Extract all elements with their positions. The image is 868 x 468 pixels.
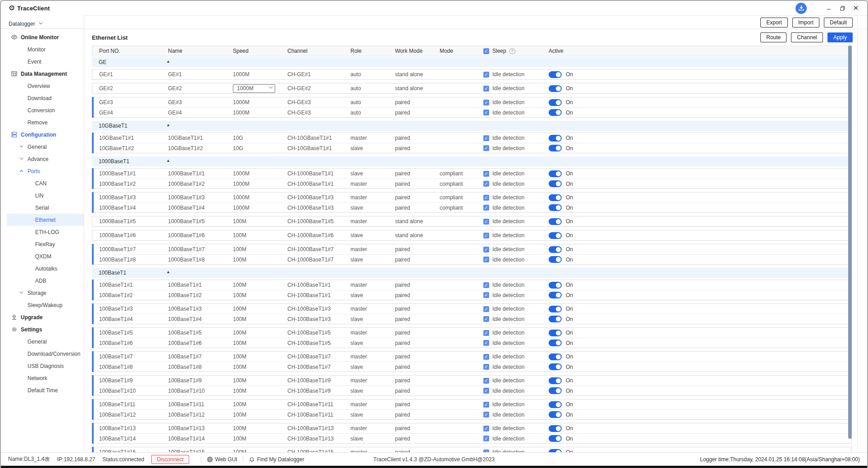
maximize-button[interactable] bbox=[836, 2, 849, 14]
table-row-ge-3[interactable]: GE#3GE#31000MCH-GE#3autopaired✓Idle dete… bbox=[92, 97, 851, 107]
active-toggle[interactable] bbox=[549, 170, 562, 177]
sidebar-item-settings[interactable]: Settings bbox=[7, 323, 84, 335]
table-row-1000baset1-3[interactable]: 1000BaseT1#31000BaseT1#31000MCH-1000Base… bbox=[92, 193, 851, 202]
group-header-ge[interactable]: GE▲ bbox=[92, 57, 852, 67]
table-row-1000baset1-4[interactable]: 1000BaseT1#41000BaseT1#41000MCH-1000Base… bbox=[92, 202, 851, 212]
sidebar-item-sleep-wakeup[interactable]: Sleep/Wakeup bbox=[7, 299, 84, 311]
sidebar-item-online-monitor[interactable]: Online Monitor bbox=[7, 31, 84, 43]
sleep-checkbox[interactable]: ✓ bbox=[483, 354, 489, 360]
web-gui-link[interactable]: Web GUI bbox=[207, 456, 237, 463]
table-row-100baset1-9[interactable]: 100BaseT1#9100BaseT1#9100MCH-100BaseT1#9… bbox=[92, 376, 851, 385]
table-row-100baset1-11[interactable]: 100BaseT1#11100BaseT1#11100MCH-100BaseT1… bbox=[92, 399, 851, 409]
sleep-checkbox[interactable]: ✓ bbox=[483, 412, 489, 418]
active-toggle[interactable] bbox=[549, 109, 562, 116]
sidebar-item-advance[interactable]: Advance bbox=[7, 153, 84, 165]
apply-button[interactable]: Apply bbox=[827, 32, 853, 42]
active-toggle[interactable] bbox=[549, 256, 562, 263]
active-toggle[interactable] bbox=[549, 99, 562, 106]
table-row-10gbaset1-2[interactable]: 10GBaseT1#210GBaseT1#210GCH-10GBaseT1#1s… bbox=[92, 143, 851, 153]
sidebar-item-storage[interactable]: Storage bbox=[7, 287, 84, 299]
table-row-ge-1[interactable]: GE#1GE#11000MCH-GE#1autostand alone✓Idle… bbox=[92, 69, 851, 79]
active-toggle[interactable] bbox=[549, 330, 562, 336]
table-row-1000baset1-1[interactable]: 1000BaseT1#11000BaseT1#11000MCH-1000Base… bbox=[92, 169, 851, 179]
sleep-checkbox[interactable]: ✓ bbox=[483, 145, 489, 151]
sleep-checkbox[interactable]: ✓ bbox=[483, 426, 489, 431]
sidebar-item-ethernet[interactable]: Ethernet bbox=[7, 214, 84, 226]
table-row-1000baset1-5[interactable]: 1000BaseT1#51000BaseT1#5100MCH-1000BaseT… bbox=[92, 216, 851, 226]
sleep-checkbox[interactable]: ✓ bbox=[483, 205, 489, 211]
speed-select[interactable]: 1000M bbox=[233, 84, 275, 93]
active-toggle[interactable] bbox=[549, 435, 562, 442]
sleep-checkbox[interactable]: ✓ bbox=[483, 282, 489, 288]
active-toggle[interactable] bbox=[549, 425, 562, 432]
export-button[interactable]: Export bbox=[760, 18, 788, 28]
active-toggle[interactable] bbox=[549, 218, 562, 225]
import-button[interactable]: Import bbox=[792, 18, 819, 28]
table-row-100baset1-3[interactable]: 100BaseT1#3100BaseT1#3100MCH-100BaseT1#3… bbox=[92, 304, 851, 314]
sidebar-item-conversion[interactable]: Conversion bbox=[7, 104, 84, 116]
sidebar-item-download-conversion[interactable]: Download/Conversion bbox=[7, 348, 84, 360]
active-toggle[interactable] bbox=[549, 353, 562, 360]
active-toggle[interactable] bbox=[549, 316, 562, 322]
sleep-checkbox[interactable]: ✓ bbox=[483, 233, 489, 239]
table-row-100baset1-4[interactable]: 100BaseT1#4100BaseT1#4100MCH-100BaseT1#3… bbox=[92, 314, 851, 324]
sidebar-item-general[interactable]: General bbox=[7, 141, 84, 153]
table-row-ge-4[interactable]: GE#4GE#41000MCH-GE#3autopaired✓Idle dete… bbox=[92, 107, 851, 117]
sleep-checkbox[interactable]: ✓ bbox=[483, 72, 489, 78]
sidebar-item-lin[interactable]: LIN bbox=[7, 189, 84, 202]
sleep-checkbox[interactable]: ✓ bbox=[483, 247, 489, 252]
active-toggle[interactable] bbox=[549, 377, 562, 384]
panel-scroll-track[interactable] bbox=[857, 16, 858, 452]
download-center-button[interactable] bbox=[795, 3, 807, 14]
sidebar-item-configuration[interactable]: Configuration bbox=[7, 128, 84, 141]
disconnect-button[interactable]: Disconnect bbox=[151, 455, 189, 464]
table-row-100baset1-7[interactable]: 100BaseT1#7100BaseT1#7100MCH-100BaseT1#7… bbox=[92, 352, 851, 362]
sidebar-item-event[interactable]: Event bbox=[7, 55, 84, 68]
sleep-checkbox[interactable]: ✓ bbox=[483, 378, 489, 384]
sleep-checkbox[interactable]: ✓ bbox=[483, 86, 489, 92]
find-datalogger-link[interactable]: Find My Datalogger bbox=[249, 456, 304, 463]
active-toggle[interactable] bbox=[549, 306, 562, 312]
sidebar-item-default-time[interactable]: Default Time bbox=[7, 384, 84, 396]
sleep-checkbox[interactable]: ✓ bbox=[483, 306, 489, 312]
minimize-button[interactable]: – bbox=[822, 2, 836, 14]
table-row-100baset1-8[interactable]: 100BaseT1#8100BaseT1#8100MCH-100BaseT1#7… bbox=[92, 362, 851, 372]
table-row-100baset1-14[interactable]: 100BaseT1#14100BaseT1#14100MCH-100BaseT1… bbox=[92, 433, 851, 443]
sidebar-item-overview[interactable]: Overview bbox=[7, 80, 84, 92]
table-row-100baset1-10[interactable]: 100BaseT1#10100BaseT1#10100MCH-100BaseT1… bbox=[92, 385, 851, 395]
table-scrollbar[interactable] bbox=[848, 46, 852, 439]
sleep-checkbox[interactable]: ✓ bbox=[483, 364, 489, 370]
table-row-100baset1-5[interactable]: 100BaseT1#5100BaseT1#5100MCH-100BaseT1#5… bbox=[92, 328, 851, 338]
active-toggle[interactable] bbox=[549, 180, 562, 187]
sidebar-item-serial[interactable]: Serial bbox=[7, 202, 84, 214]
table-row-ge-2[interactable]: GE#2GE#21000MCH-GE#2autostand alone✓Idle… bbox=[92, 83, 851, 93]
table-row-10gbaset1-1[interactable]: 10GBaseT1#110GBaseT1#110GCH-10GBaseT1#1m… bbox=[92, 133, 851, 143]
group-header-100baset1[interactable]: 100BaseT1▲ bbox=[92, 268, 852, 278]
active-toggle[interactable] bbox=[549, 246, 562, 253]
sleep-checkbox[interactable]: ✓ bbox=[483, 330, 489, 336]
sleep-checkbox[interactable]: ✓ bbox=[483, 316, 489, 322]
group-header-1000baset1[interactable]: 1000BaseT1▲ bbox=[92, 156, 852, 166]
active-toggle[interactable] bbox=[549, 71, 562, 78]
sidebar-item-upgrade[interactable]: Upgrade bbox=[7, 311, 84, 323]
sidebar-item-qxdm[interactable]: QXDM bbox=[7, 250, 84, 262]
table-row-1000baset1-2[interactable]: 1000BaseT1#21000BaseT1#21000MCH-1000Base… bbox=[92, 179, 851, 188]
sidebar-item-monitor[interactable]: Monitor bbox=[7, 43, 84, 55]
active-toggle[interactable] bbox=[549, 204, 562, 211]
sidebar-item-eth-log[interactable]: ETH-LOG bbox=[7, 226, 84, 238]
sleep-checkbox[interactable]: ✓ bbox=[483, 340, 489, 346]
sleep-checkbox[interactable]: ✓ bbox=[483, 292, 489, 298]
sidebar-item-remove[interactable]: Remove bbox=[7, 116, 84, 128]
table-row-1000baset1-7[interactable]: 1000BaseT1#71000BaseT1#7100MCH-1000BaseT… bbox=[92, 244, 851, 254]
active-toggle[interactable] bbox=[549, 194, 562, 201]
active-toggle[interactable] bbox=[549, 232, 562, 239]
sleep-checkbox[interactable]: ✓ bbox=[483, 219, 489, 225]
active-toggle[interactable] bbox=[549, 411, 562, 418]
sleep-checkbox[interactable]: ✓ bbox=[483, 257, 489, 262]
sleep-all-checkbox[interactable]: ✓ bbox=[483, 48, 489, 54]
active-toggle[interactable] bbox=[549, 85, 562, 92]
channel-button[interactable]: Channel bbox=[791, 32, 823, 42]
help-icon[interactable]: ? bbox=[509, 48, 515, 54]
sleep-checkbox[interactable]: ✓ bbox=[483, 436, 489, 441]
active-toggle[interactable] bbox=[549, 282, 562, 289]
